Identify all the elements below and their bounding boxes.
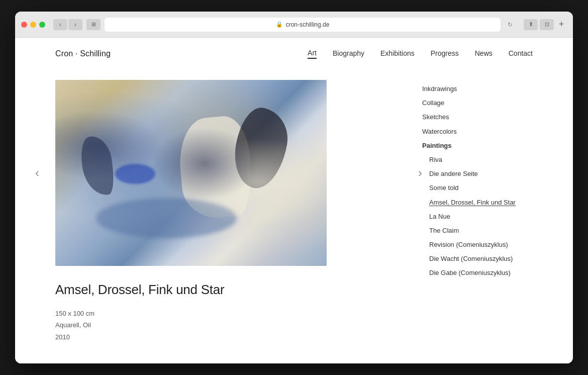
artwork-year: 2010: [55, 331, 402, 343]
sidebar-riva[interactable]: Riva: [422, 153, 533, 167]
dark-shape: [229, 104, 292, 192]
artwork-medium: Aquarell, Oil: [55, 319, 402, 331]
nav-news[interactable]: News: [475, 49, 493, 58]
painting-detail: [55, 80, 327, 266]
lock-icon: 🔒: [276, 21, 283, 28]
browser-chrome: ‹ › ⊞ 🔒 cron-schilling.de ↻ ⬆ ⊡ +: [15, 12, 573, 38]
blue-accent: [115, 164, 155, 184]
new-tab-button[interactable]: +: [556, 19, 567, 30]
sidebar-watercolors[interactable]: Watercolors: [422, 125, 533, 139]
sidebar-die-gabe[interactable]: Die Gabe (Comeniuszyklus): [422, 266, 533, 280]
maximize-button[interactable]: [39, 22, 45, 28]
sidebar-revision[interactable]: Revision (Comeniuszyklus): [422, 238, 533, 252]
sidebar-die-andere-seite[interactable]: Die andere Seite: [422, 167, 533, 181]
next-artwork-button[interactable]: ›: [413, 161, 427, 185]
prev-artwork-button[interactable]: ‹: [30, 161, 44, 185]
artwork-meta: 150 x 100 cm Aquarell, Oil 2010: [55, 308, 402, 343]
back-button[interactable]: ‹: [53, 19, 67, 30]
address-bar[interactable]: 🔒 cron-schilling.de: [105, 18, 501, 32]
sidebar-die-wacht[interactable]: Die Wacht (Comeniuszyklus): [422, 252, 533, 266]
sidebar-sketches[interactable]: Sketches: [422, 110, 533, 124]
sidebar-some-told[interactable]: Some told: [422, 181, 533, 195]
sidebar-amsel-drossel[interactable]: Amsel, Drossel, Fink und Star: [422, 196, 533, 210]
main-area: ‹ › Amsel, Dross: [55, 80, 402, 343]
share-button[interactable]: ⬆: [524, 19, 538, 30]
sidebar-the-claim[interactable]: The Claim: [422, 224, 533, 238]
sidebar: Inkdrawings Collage Sketches Watercolors…: [422, 80, 533, 343]
traffic-lights: [21, 22, 45, 28]
nav-contact[interactable]: Contact: [509, 49, 533, 58]
artwork-dimensions: 150 x 100 cm: [55, 308, 402, 319]
site-content: ‹ › Amsel, Dross: [15, 70, 573, 363]
browser-window: ‹ › ⊞ 🔒 cron-schilling.de ↻ ⬆ ⊡ + Cron ·…: [15, 12, 573, 363]
nav-biography[interactable]: Biography: [333, 49, 364, 58]
blue-shape: [96, 198, 237, 238]
url-text: cron-schilling.de: [286, 21, 330, 28]
bookmark-button[interactable]: ⊡: [540, 19, 554, 30]
nav-exhibitions[interactable]: Exhibitions: [380, 49, 415, 58]
nav-progress[interactable]: Progress: [431, 49, 459, 58]
website-content: Cron · Schilling Art Biography Exhibitio…: [15, 38, 573, 363]
artwork-title: Amsel, Drossel, Fink und Star: [55, 282, 402, 298]
close-button[interactable]: [21, 22, 27, 28]
artwork-info: Amsel, Drossel, Fink und Star 150 x 100 …: [55, 282, 402, 343]
minimize-button[interactable]: [30, 22, 36, 28]
browser-nav-buttons: ‹ ›: [53, 19, 82, 30]
sidebar-inkdrawings[interactable]: Inkdrawings: [422, 82, 533, 96]
site-logo[interactable]: Cron · Schilling: [55, 49, 111, 58]
horse-shape: [176, 114, 255, 220]
figure-shape: [77, 134, 118, 199]
browser-actions: ⬆ ⊡ +: [524, 19, 567, 30]
refresh-button[interactable]: ↻: [505, 19, 516, 30]
forward-button[interactable]: ›: [68, 19, 82, 30]
site-nav: Art Biography Exhibitions Progress News …: [308, 49, 533, 59]
artwork-image: [55, 80, 327, 266]
nav-art[interactable]: Art: [308, 49, 317, 59]
sidebar-la-nue[interactable]: La Nue: [422, 210, 533, 224]
site-header: Cron · Schilling Art Biography Exhibitio…: [15, 38, 573, 70]
artwork-container: ‹ ›: [55, 80, 402, 266]
sidebar-paintings[interactable]: Paintings: [422, 139, 533, 153]
reader-button[interactable]: ⊞: [86, 19, 101, 30]
sidebar-collage[interactable]: Collage: [422, 96, 533, 110]
